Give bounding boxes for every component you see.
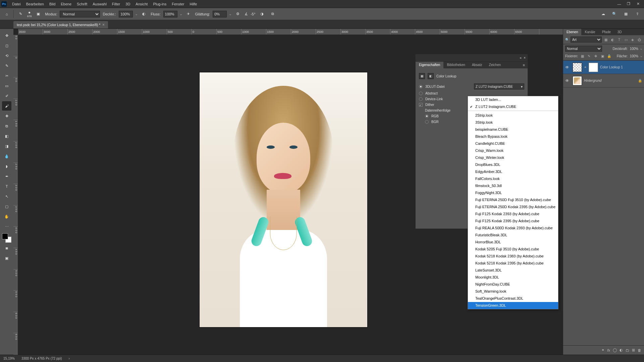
link-icon[interactable]: ⚭ <box>584 65 587 69</box>
lut-option[interactable]: TensionGreen.3DL <box>468 302 558 309</box>
lut-option[interactable]: Crisp_Winter.look <box>468 154 558 161</box>
layer-name[interactable]: Color Lookup 1 <box>600 65 642 69</box>
filter-search-icon[interactable]: 🔍 <box>565 38 569 42</box>
eyedropper-tool[interactable]: ✐ <box>2 91 11 101</box>
brush-panel-icon[interactable]: ▣ <box>34 10 42 18</box>
lut-option[interactable]: 2Strip.look <box>468 112 558 119</box>
lut-option[interactable]: FallColors.look <box>468 175 558 182</box>
type-tool[interactable]: T <box>2 182 11 191</box>
maximize-button[interactable]: ❐ <box>624 0 633 8</box>
fx-icon[interactable]: fx <box>607 348 610 352</box>
menu-3d[interactable]: 3D <box>123 0 133 8</box>
frame-tool[interactable]: ▭ <box>2 81 11 90</box>
dodge-tool[interactable]: ◗ <box>2 162 11 171</box>
lut-option[interactable]: FoggyNight.3DL <box>468 189 558 196</box>
lock-all-icon[interactable]: 🔒 <box>607 54 611 58</box>
new-layer-icon[interactable]: ⊞ <box>632 348 635 352</box>
filter-adj-icon[interactable]: ◐ <box>610 37 615 42</box>
lock-icon[interactable]: 🔒 <box>638 79 642 82</box>
filter-smart-icon[interactable]: ◈ <box>630 37 635 42</box>
fill-value[interactable]: 100% <box>630 54 638 58</box>
tab-3d[interactable]: 3D <box>614 29 625 35</box>
quick-mask-tool[interactable]: ◙ <box>2 243 11 253</box>
layer-row[interactable]: 👁Hintergrund🔒 <box>563 74 644 87</box>
lut-option[interactable]: Bleach Bypass.look <box>468 133 558 140</box>
doc-info[interactable]: 3300 Px x 4765 Px (72 ppi) <box>21 357 62 360</box>
mask-thumbnail[interactable] <box>589 63 598 72</box>
radio-devicelink[interactable] <box>419 97 423 101</box>
lut-option[interactable]: filmstock_50.3dl <box>468 182 558 189</box>
tab-zeichen[interactable]: Zeichen <box>485 62 504 68</box>
lut-option[interactable]: HorrorBlue.3DL <box>468 239 558 246</box>
tab-kanaele[interactable]: Kanäle <box>581 29 598 35</box>
menu-filter[interactable]: Filter <box>109 0 123 8</box>
brush-size-picker[interactable]: ● 678 <box>27 10 32 18</box>
menu-ebene[interactable]: Ebene <box>58 0 74 8</box>
lut-option[interactable]: DropBlues.3DL <box>468 161 558 168</box>
lut-option[interactable]: Fuji ETERNA 250D Kodak 2395 (by Adobe).c… <box>468 203 558 210</box>
lut-option[interactable]: EdgyAmber.3DL <box>468 168 558 175</box>
layer-name[interactable]: Hintergrund <box>584 79 636 82</box>
shape-tool[interactable]: ▢ <box>2 202 11 211</box>
path-select-tool[interactable]: ↖ <box>2 192 11 201</box>
radio-rgb[interactable] <box>425 114 429 118</box>
layer-row[interactable]: 👁⚭Color Lookup 1 <box>563 61 644 74</box>
brush-preset-icon[interactable]: ✎ <box>16 10 24 18</box>
smoothing-options-icon[interactable]: ⚙ <box>234 10 242 18</box>
screen-mode-tool[interactable]: ▣ <box>2 253 11 263</box>
quick-select-tool[interactable]: ✎ <box>2 61 11 70</box>
menu-bearbeiten[interactable]: Bearbeiten <box>23 0 47 8</box>
edit-toolbar[interactable]: ⋯ <box>2 222 11 231</box>
pressure-size-icon[interactable]: ◑ <box>258 10 266 18</box>
healing-tool[interactable]: ✚ <box>2 111 11 121</box>
layer-thumbnail[interactable] <box>573 76 582 85</box>
pressure-opacity-icon[interactable]: ◐ <box>140 10 148 18</box>
delete-layer-icon[interactable]: 🗑 <box>638 348 641 352</box>
flow-input[interactable] <box>163 11 177 17</box>
tab-bibliotheken[interactable]: Bibliotheken <box>443 62 468 68</box>
lock-position-icon[interactable]: ✥ <box>593 54 598 58</box>
lut-option[interactable]: Soft_Warming.look <box>468 288 558 295</box>
gradient-tool[interactable]: ◨ <box>2 141 11 151</box>
color-swatches[interactable] <box>2 233 11 243</box>
panel-menu-icon[interactable]: ≡ <box>520 62 528 68</box>
lut-option[interactable]: beispielname.CUBE <box>468 126 558 133</box>
zoom-level[interactable]: 15,19% <box>3 357 15 360</box>
lock-transparent-icon[interactable]: ▦ <box>580 54 585 58</box>
lasso-tool[interactable]: ⟲ <box>2 51 11 60</box>
lut-option[interactable]: 3D LUT laden... <box>468 96 558 103</box>
lut-option[interactable]: LateSunset.3DL <box>468 267 558 274</box>
check-dither[interactable] <box>419 103 423 107</box>
lut-option[interactable]: Moonlight.3DL <box>468 274 558 281</box>
close-panel-icon[interactable]: × <box>524 56 526 60</box>
tab-eigenschaften[interactable]: Eigenschaften <box>416 62 443 68</box>
lut-option[interactable]: 3Strip.look <box>468 119 558 126</box>
lock-image-icon[interactable]: ✎ <box>587 54 591 58</box>
symmetry-icon[interactable]: ⧉ <box>269 10 277 18</box>
layer-thumbnail[interactable] <box>573 63 582 72</box>
lut-option[interactable]: Fuji F125 Kodak 2395 (by Adobe).cube <box>468 218 558 225</box>
lut-dropdown[interactable]: Z LUT2 Instagram.CUBE <box>474 83 524 89</box>
foreground-color[interactable] <box>2 233 8 239</box>
menu-bild[interactable]: Bild <box>47 0 58 8</box>
lut-option[interactable]: Kodak 5205 Fuji 3510 (by Adobe).cube <box>468 246 558 253</box>
menu-datei[interactable]: Datei <box>9 0 23 8</box>
home-icon[interactable]: ⌂ <box>3 10 11 18</box>
menu-schrift[interactable]: Schrift <box>74 0 90 8</box>
minimize-button[interactable]: — <box>614 0 624 8</box>
lut-option[interactable]: Candlelight.CUBE <box>468 140 558 147</box>
hand-tool[interactable]: ✋ <box>2 212 11 221</box>
lut-dropdown-menu[interactable]: 3D LUT laden...Z LUT2 Instagram.CUBE2Str… <box>468 96 558 309</box>
lut-option[interactable]: Kodak 5218 Kodak 2383 (by Adobe).cube <box>468 253 558 260</box>
close-button[interactable]: ✕ <box>633 0 643 8</box>
lut-option[interactable]: NightFromDay.CUBE <box>468 281 558 288</box>
adjustment-icon[interactable]: ◐ <box>620 348 623 352</box>
visibility-toggle[interactable]: 👁 <box>565 65 571 70</box>
lock-artboard-icon[interactable]: ▣ <box>600 54 605 58</box>
radio-bgr[interactable] <box>425 120 429 124</box>
layer-blend-select[interactable]: Normal <box>565 46 602 52</box>
workspace-icon[interactable]: ▦ <box>622 10 630 18</box>
lut-option[interactable]: Kodak 5218 Kodak 2395 (by Adobe).cube <box>468 260 558 267</box>
move-tool[interactable]: ✥ <box>2 31 11 40</box>
radio-abstract[interactable] <box>419 92 423 95</box>
